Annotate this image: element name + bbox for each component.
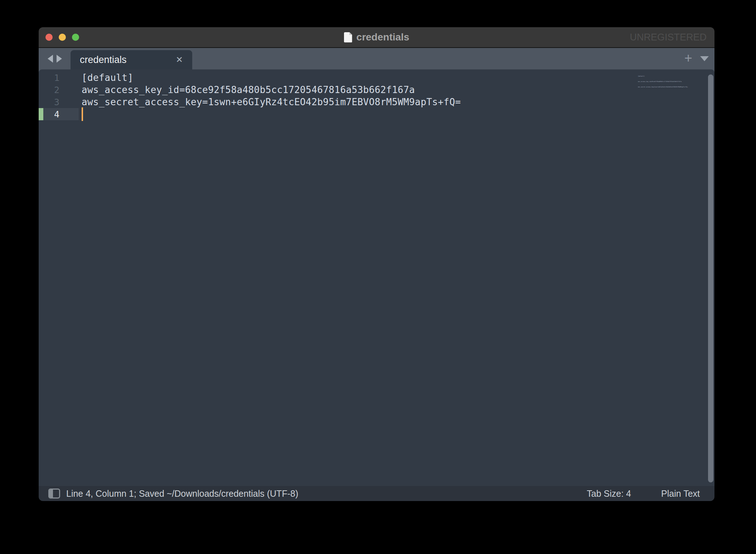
gutter-cell-current: 4 <box>39 108 79 120</box>
sidebar-toggle-icon[interactable] <box>48 489 60 499</box>
window-title: credentials <box>357 31 410 43</box>
window-controls <box>45 34 79 41</box>
editor-pane[interactable]: 1 [default] 2 aws_access_key_id=68ce92f5… <box>39 69 714 486</box>
minimap-line: [default] <box>638 76 688 77</box>
code-line-1[interactable]: 1 [default] <box>39 72 714 84</box>
code-area: 1 [default] 2 aws_access_key_id=68ce92f5… <box>39 72 714 120</box>
title-bar: credentials UNREGISTERED <box>39 27 714 48</box>
line-number: 2 <box>54 85 59 95</box>
registration-status-badge: UNREGISTERED <box>630 27 707 47</box>
line-number: 1 <box>54 73 59 83</box>
tab-credentials[interactable]: credentials ✕ <box>71 50 192 69</box>
line-number: 3 <box>54 97 59 107</box>
line-text: aws_access_key_id=68ce92f58a480b5cc17205… <box>82 84 415 95</box>
zoom-window-button[interactable] <box>72 34 79 41</box>
minimap[interactable]: [default] aws_access_key_id=68ce92f58a48… <box>638 72 688 92</box>
status-bar: Line 4, Column 1; Saved ~/Downloads/cred… <box>39 486 714 501</box>
line-text: aws_secret_access_key=1swn+e6GIyRz4tcEO4… <box>82 97 461 107</box>
text-cursor <box>82 107 83 121</box>
status-position-text: Line 4, Column 1; Saved ~/Downloads/cred… <box>66 489 298 499</box>
close-window-button[interactable] <box>45 34 53 41</box>
editor-wrap: 1 [default] 2 aws_access_key_id=68ce92f5… <box>39 69 714 486</box>
code-line-3[interactable]: 3 aws_secret_access_key=1swn+e6GIyRz4tcE… <box>39 96 714 108</box>
line-text: [default] <box>82 72 133 83</box>
new-tab-icon[interactable]: + <box>684 51 692 65</box>
window-title-group: credentials <box>344 31 410 43</box>
modified-line-marker <box>39 108 43 120</box>
document-icon <box>344 32 352 43</box>
gutter-cell: 3 <box>39 96 79 108</box>
code-line-2[interactable]: 2 aws_access_key_id=68ce92f58a480b5cc172… <box>39 84 714 96</box>
prev-tab-icon[interactable] <box>48 55 53 63</box>
next-tab-icon[interactable] <box>57 55 62 63</box>
minimap-line: aws_access_key_id=68ce92f58a480b5cc17205… <box>638 81 688 83</box>
syntax-mode-indicator[interactable]: Plain Text <box>661 489 700 499</box>
gutter-cell: 1 <box>39 72 79 84</box>
code-line-4-current[interactable]: 4 <box>39 108 714 120</box>
line-number: 4 <box>54 109 59 120</box>
tab-close-icon[interactable]: ✕ <box>176 55 183 64</box>
tab-actions: + <box>684 48 709 69</box>
tab-label: credentials <box>80 54 127 65</box>
tab-navigation <box>48 48 62 69</box>
app-window: credentials UNREGISTERED credentials ✕ +… <box>39 27 714 501</box>
tab-bar: credentials ✕ + <box>39 48 714 69</box>
tab-list-dropdown-icon[interactable] <box>700 56 709 61</box>
minimize-window-button[interactable] <box>59 34 66 41</box>
minimap-line: aws_secret_access_key=1swn+e6GIyRz4tcEO4… <box>638 86 688 88</box>
gutter-cell: 2 <box>39 84 79 96</box>
tab-size-indicator[interactable]: Tab Size: 4 <box>587 489 631 499</box>
vertical-scrollbar[interactable] <box>708 74 713 482</box>
